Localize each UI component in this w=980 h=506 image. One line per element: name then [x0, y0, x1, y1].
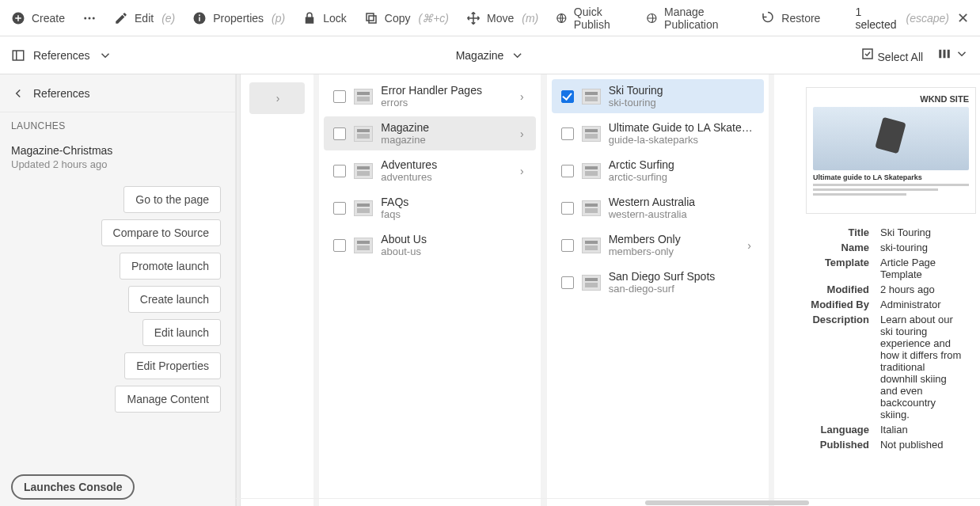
copy-label: Copy [385, 12, 411, 25]
list-item-text: Western Australiawestern-australia [609, 196, 756, 220]
checkbox[interactable] [561, 165, 574, 177]
properties-button[interactable]: Properties (p) [192, 11, 285, 25]
checkbox[interactable] [561, 127, 574, 140]
references-panel: References LAUNCHES Magazine-Christmas U… [0, 74, 236, 506]
select-all-icon [860, 47, 875, 61]
launch-item[interactable]: Magazine-Christmas [0, 139, 235, 158]
breadcrumb[interactable]: Magazine [456, 48, 525, 63]
list-item-name: arctic-surfing [609, 171, 756, 183]
edit-launch-button[interactable]: Edit launch [142, 319, 221, 346]
edit-button[interactable]: Edit (e) [114, 11, 175, 25]
page-preview: WKND SITE Ultimate guide to LA Skatepark… [806, 87, 976, 214]
list-item-name: ski-touring [609, 97, 756, 108]
checkbox[interactable] [561, 276, 574, 289]
list-item-name: adventures [381, 171, 507, 183]
checkbox[interactable] [333, 127, 346, 140]
list-item[interactable]: Western Australiawestern-australia [552, 191, 764, 225]
lock-button[interactable]: Lock [302, 11, 347, 25]
promote-launch-button[interactable]: Promote launch [120, 253, 221, 280]
manage-publication-button[interactable]: Manage Publication [646, 6, 743, 31]
checkbox[interactable] [333, 202, 346, 215]
action-toolbar: Create Edit (e) Properties (p) Lock Copy… [0, 0, 980, 36]
rail-left-icon [11, 48, 25, 63]
restore-button[interactable]: Restore [761, 11, 820, 25]
list-item-title: San Diego Surf Spots [609, 270, 756, 283]
copy-button[interactable]: Copy (⌘+c) [364, 11, 449, 25]
list-item[interactable]: Error Handler Pageserrors› [324, 79, 536, 113]
copy-icon [364, 11, 378, 25]
page-thumbnail-icon [354, 126, 373, 142]
list-item[interactable]: Adventuresadventures› [324, 154, 536, 188]
references-header[interactable]: References [0, 74, 235, 112]
column-0: › [241, 74, 313, 506]
list-item-text: Magazinemagazine [381, 121, 507, 146]
edit-label: Edit [135, 12, 154, 25]
create-button[interactable]: Create [11, 11, 65, 25]
globe-gear-icon [646, 11, 658, 25]
list-item-name: faqs [381, 208, 528, 220]
chevron-right-icon: › [515, 165, 528, 177]
list-item-text: About Usabout-us [381, 233, 528, 257]
svg-rect-16 [948, 50, 950, 59]
page-thumbnail-icon [354, 89, 373, 105]
checkbox[interactable] [561, 202, 574, 215]
checkbox[interactable] [561, 90, 574, 103]
list-item[interactable]: Magazinemagazine› [324, 116, 536, 150]
column-1: Error Handler Pageserrors›Magazinemagazi… [319, 74, 541, 506]
list-item-name: members-only [609, 245, 735, 257]
rail-selector[interactable]: References [11, 48, 112, 63]
list-item-title: Western Australia [609, 196, 756, 208]
create-launch-button[interactable]: Create launch [128, 286, 221, 313]
checkbox[interactable] [333, 239, 346, 252]
edit-properties-button[interactable]: Edit Properties [124, 352, 221, 379]
restore-label: Restore [781, 12, 820, 25]
quick-publish-button[interactable]: Quick Publish [556, 6, 629, 31]
manage-content-button[interactable]: Manage Content [115, 386, 221, 413]
rail-bar: References Magazine Select All [0, 36, 980, 74]
list-item-text: San Diego Surf Spotssan-diego-surf [609, 270, 756, 295]
detail-panel: WKND SITE Ultimate guide to LA Skatepark… [774, 74, 980, 506]
list-item-text: Error Handler Pageserrors [381, 84, 507, 108]
parent-column-item[interactable]: › [249, 82, 305, 114]
chevron-down-icon [98, 48, 112, 63]
launches-console-button[interactable]: Launches Console [11, 474, 135, 500]
manage-publication-label: Manage Publication [664, 6, 743, 31]
list-item-text: Members Onlymembers-only [609, 233, 735, 257]
value-published: Not published [880, 439, 964, 451]
edit-hint: (e) [161, 12, 175, 25]
list-item[interactable]: San Diego Surf Spotssan-diego-surf [552, 265, 764, 299]
list-item-name: errors [381, 97, 507, 108]
select-all-button[interactable]: Select All [860, 47, 923, 63]
view-switcher[interactable] [937, 47, 969, 63]
main-content: References LAUNCHES Magazine-Christmas U… [0, 74, 980, 506]
list-item-title: Ski Touring [609, 84, 756, 97]
list-item[interactable]: Members Onlymembers-only› [552, 228, 764, 262]
close-selection-button[interactable]: ✕ [957, 10, 969, 27]
checkbox[interactable] [333, 90, 346, 103]
svg-rect-14 [939, 50, 941, 59]
chevron-right-icon: › [515, 90, 528, 103]
list-item[interactable]: About Usabout-us [324, 228, 536, 262]
list-item[interactable]: Ski Touringski-touring [552, 79, 764, 113]
horizontal-scrollbar[interactable] [236, 498, 980, 506]
references-title: References [33, 87, 90, 100]
restore-icon [761, 11, 775, 25]
detail-properties: TitleSki Touring Nameski-touring Templat… [806, 226, 964, 451]
goto-page-button[interactable]: Go to the page [123, 186, 221, 213]
label-template: Template [806, 257, 869, 280]
compare-source-button[interactable]: Compare to Source [101, 219, 221, 246]
label-modified-by: Modified By [806, 299, 869, 310]
checkbox[interactable] [333, 165, 346, 177]
list-item[interactable]: FAQsfaqs [324, 191, 536, 225]
page-thumbnail-icon [582, 238, 601, 253]
list-item[interactable]: Ultimate Guide to LA Skateparksguide-la-… [552, 116, 764, 150]
list-item-title: Adventures [381, 158, 507, 171]
value-modified-by: Administrator [880, 299, 964, 310]
move-button[interactable]: Move (m) [466, 11, 538, 25]
value-language: Italian [880, 424, 964, 436]
checkbox[interactable] [561, 239, 574, 252]
list-item[interactable]: Arctic Surfingarctic-surfing [552, 154, 764, 188]
value-template: Article Page Template [880, 257, 964, 280]
globe-icon [556, 11, 568, 25]
more-button[interactable] [82, 11, 97, 25]
